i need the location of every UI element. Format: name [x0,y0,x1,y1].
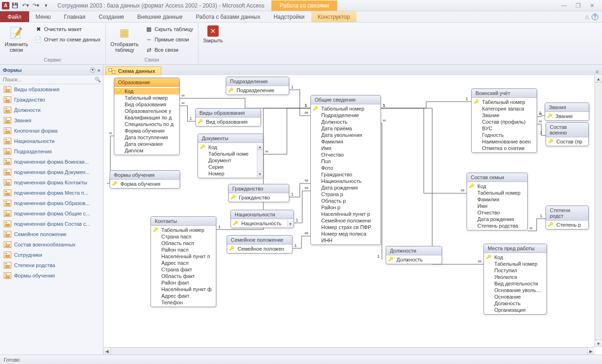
table-field[interactable]: Табельный номер [151,227,216,233]
table-vidy_obr[interactable]: Виды образованияВид образования [195,108,261,127]
nav-item[interactable]: Степени родства [0,260,103,270]
edit-relations-button[interactable]: 📝 Изменить связи [3,24,30,54]
canvas-hscrollbar[interactable]: ◀ ▶ [103,347,594,355]
table-field[interactable]: Национальность [311,178,380,184]
table-title[interactable]: Семейное положение [227,236,292,245]
table-dolzhnosti[interactable]: ДолжностиДолжность [386,246,442,264]
table-title[interactable]: Места пред работы [484,244,547,253]
file-tab[interactable]: Файл [0,11,29,22]
table-field[interactable]: Дата приёма [311,125,380,132]
table-field[interactable]: Серия [198,164,263,170]
table-field[interactable]: Код [198,144,263,150]
table-title[interactable]: Состав военно [546,123,588,137]
nav-item[interactable]: Формы обучения [0,270,103,281]
table-field[interactable]: Область пасп [151,240,216,246]
table-field[interactable]: Населённый пункт р [311,211,380,217]
tab-create[interactable]: Создание [92,11,131,22]
scroll-left-icon[interactable]: ◀ [103,348,111,355]
table-field[interactable]: Поступил [484,267,547,274]
table-field[interactable]: Гражданство [311,171,380,178]
tab-external-data[interactable]: Внешние данные [131,11,190,22]
table-kontakty[interactable]: КонтактыТабельный номерСтрана паспОбласт… [150,216,216,307]
table-field[interactable]: ВУС [472,125,537,132]
table-field[interactable]: Отчество [311,151,380,158]
table-field[interactable]: Район р [311,204,380,211]
table-field[interactable]: Должность [484,300,547,307]
table-voinskiy[interactable]: Воинский учётТабельный номерКатегория за… [471,88,537,153]
nav-search[interactable]: 🔍 [0,75,103,84]
close-button[interactable]: ✕ Закрыть [201,24,225,44]
table-mesta_pred[interactable]: Места пред работыКодТабельный номерПосту… [483,244,547,315]
table-field[interactable]: Табельный номер [467,190,527,196]
table-field[interactable]: Годность [472,132,537,138]
table-field[interactable]: Вид деятельности [484,280,547,287]
table-field[interactable]: Дата поступления [114,134,179,141]
table-field[interactable]: Населённый пункт ф [151,286,216,293]
table-field[interactable]: Номер страх св ПФР [311,224,380,230]
table-field[interactable]: Должность [386,256,442,263]
table-field[interactable]: Район факт [151,279,216,286]
nav-item[interactable]: Звания [0,115,103,126]
table-field[interactable]: Номер [198,170,263,177]
table-field[interactable]: Табельный номер [311,105,380,112]
table-field[interactable]: Наименование воен [472,138,537,145]
canvas-vscrollbar[interactable]: ▲ ▼ [594,75,602,347]
document-tab-schema[interactable]: Схема данных [105,66,161,75]
table-title[interactable]: Документы [198,134,263,143]
table-field[interactable]: Дата увольнения [311,132,380,138]
show-table-button[interactable]: ▦ Отобразить таблицу [109,24,141,54]
table-title[interactable]: Национальности [231,210,293,219]
table-field[interactable]: Код [484,254,547,261]
all-relations-button[interactable]: ⇄ Все связи [143,45,195,55]
table-field[interactable]: Звание [545,113,589,119]
table-field[interactable]: Категория запаса [472,105,537,112]
table-field[interactable]: Вид образования [114,101,179,108]
table-field[interactable]: Отчество [467,209,527,216]
table-field[interactable]: Состав (профиль) [472,119,537,125]
table-field[interactable]: Фамилия [467,196,527,203]
hide-table-button[interactable]: ▦ Скрыть таблицу [143,24,195,34]
nav-item[interactable]: подчиненная форма Состав с... [0,219,103,229]
minimize-ribbon-icon[interactable]: △ [585,14,589,20]
table-field[interactable]: Табельный номе [198,150,263,157]
nav-item[interactable]: Подразделения [0,146,103,157]
relations-canvas[interactable]: 1∞∞1∞1∞1∞11∞1∞1∞11∞111∞1∞11∞∞11∞ ▲ ▼ ◀ ▶… [103,75,602,355]
tab-database-tools[interactable]: Работа с базами данных [189,11,267,22]
table-field[interactable]: Номер мед полиса [311,230,380,237]
table-field[interactable]: Звание [472,112,537,119]
table-dokumenty[interactable]: ДокументыКодТабельный номеДокументСерияН… [198,134,263,178]
table-field[interactable]: Табельный номер [484,261,547,267]
qat-redo-icon[interactable]: ↷▾ [31,1,40,10]
table-title[interactable]: Контакты [151,217,216,226]
table-field[interactable]: Вид образования [196,119,261,125]
qat-customize-icon[interactable]: ▾ [41,1,51,10]
restore-button[interactable]: ❐ [572,1,584,10]
table-field[interactable]: Имя [467,203,527,209]
nav-item[interactable]: Семейное положение [0,229,103,239]
table-title[interactable]: Звания [545,103,589,112]
tab-addins[interactable]: Надстройки [267,11,311,22]
document-close-button[interactable]: ✕ [595,69,602,75]
table-field[interactable]: Национальность [231,220,293,227]
table-field[interactable]: Степень родства [467,222,527,229]
table-field[interactable]: Диплом [114,147,179,154]
tab-design[interactable]: Конструктор [311,11,356,22]
table-field[interactable]: Образовательное у [114,108,179,114]
table-field[interactable]: Район пасп [151,246,216,253]
table-field[interactable]: Фамилия [311,138,380,145]
table-zvaniya[interactable]: ЗванияЗвание [545,103,589,121]
table-field[interactable]: Специальность по д [114,121,179,127]
table-field[interactable]: Квалификация по д [114,114,179,121]
table-field[interactable]: Семейное положен [227,245,292,252]
table-formy_obuch[interactable]: Формы обученияФорма обучения [110,170,180,189]
nav-item[interactable]: подчиненная форма Воински... [0,157,103,167]
table-title[interactable]: Должности [386,246,442,255]
table-title[interactable]: Формы обучения [110,171,180,180]
table-field[interactable]: Имя [311,145,380,151]
table-field[interactable]: Должность [311,119,380,125]
nav-item[interactable]: Виды образования [0,84,103,95]
tab-menu[interactable]: Меню [29,11,57,22]
table-field[interactable]: Код [467,183,527,190]
nav-item[interactable]: Национальности [0,136,103,146]
table-title[interactable]: Воинский учёт [472,89,537,98]
